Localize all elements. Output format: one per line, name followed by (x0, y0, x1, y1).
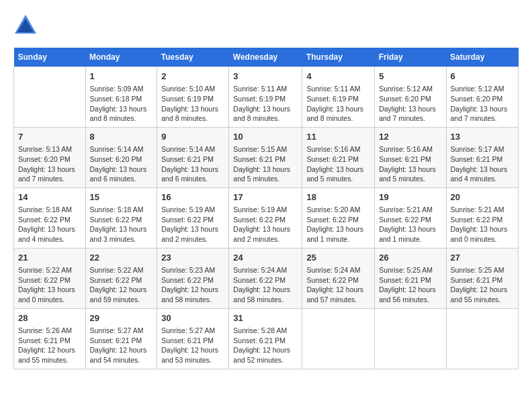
day-info: Sunrise: 5:11 AM Sunset: 6:19 PM Dayligh… (306, 84, 370, 124)
day-info: Sunrise: 5:11 AM Sunset: 6:19 PM Dayligh… (233, 84, 298, 124)
day-number: 12 (379, 131, 441, 143)
day-info: Sunrise: 5:12 AM Sunset: 6:20 PM Dayligh… (379, 84, 441, 124)
day-info: Sunrise: 5:25 AM Sunset: 6:21 PM Dayligh… (379, 265, 441, 305)
day-info: Sunrise: 5:24 AM Sunset: 6:22 PM Dayligh… (233, 265, 298, 305)
day-number: 10 (233, 131, 298, 143)
calendar-cell: 19Sunrise: 5:21 AM Sunset: 6:22 PM Dayli… (375, 187, 446, 248)
day-number: 1 (90, 71, 153, 83)
calendar-cell: 29Sunrise: 5:27 AM Sunset: 6:21 PM Dayli… (85, 308, 157, 369)
calendar-cell (375, 308, 446, 369)
calendar-header-saturday: Saturday (446, 48, 518, 67)
day-number: 27 (451, 252, 514, 264)
day-info: Sunrise: 5:14 AM Sunset: 6:21 PM Dayligh… (161, 144, 224, 184)
calendar-cell: 30Sunrise: 5:27 AM Sunset: 6:21 PM Dayli… (157, 308, 229, 369)
day-info: Sunrise: 5:17 AM Sunset: 6:21 PM Dayligh… (451, 144, 514, 184)
day-number: 15 (90, 191, 153, 203)
day-info: Sunrise: 5:24 AM Sunset: 6:22 PM Dayligh… (306, 265, 370, 305)
day-info: Sunrise: 5:21 AM Sunset: 6:22 PM Dayligh… (379, 205, 441, 244)
calendar-cell: 13Sunrise: 5:17 AM Sunset: 6:21 PM Dayli… (446, 127, 518, 187)
day-info: Sunrise: 5:23 AM Sunset: 6:22 PM Dayligh… (161, 265, 224, 305)
calendar-cell: 11Sunrise: 5:16 AM Sunset: 6:21 PM Dayli… (302, 127, 375, 187)
calendar-header-friday: Friday (375, 48, 446, 67)
calendar-week-4: 21Sunrise: 5:22 AM Sunset: 6:22 PM Dayli… (14, 248, 519, 308)
day-info: Sunrise: 5:28 AM Sunset: 6:21 PM Dayligh… (233, 326, 298, 365)
calendar-cell: 17Sunrise: 5:19 AM Sunset: 6:22 PM Dayli… (229, 187, 302, 248)
day-number: 21 (18, 252, 81, 264)
calendar-cell: 7Sunrise: 5:13 AM Sunset: 6:20 PM Daylig… (14, 127, 86, 187)
calendar-cell: 4Sunrise: 5:11 AM Sunset: 6:19 PM Daylig… (302, 67, 375, 128)
calendar-cell: 14Sunrise: 5:18 AM Sunset: 6:22 PM Dayli… (14, 187, 86, 248)
calendar-body: 1Sunrise: 5:09 AM Sunset: 6:18 PM Daylig… (14, 67, 519, 369)
day-info: Sunrise: 5:10 AM Sunset: 6:19 PM Dayligh… (161, 84, 224, 124)
day-info: Sunrise: 5:09 AM Sunset: 6:18 PM Dayligh… (90, 84, 153, 124)
calendar-cell: 10Sunrise: 5:15 AM Sunset: 6:21 PM Dayli… (229, 127, 302, 187)
calendar-week-3: 14Sunrise: 5:18 AM Sunset: 6:22 PM Dayli… (14, 187, 519, 248)
calendar-cell: 24Sunrise: 5:24 AM Sunset: 6:22 PM Dayli… (229, 248, 302, 308)
day-number: 7 (18, 131, 81, 143)
calendar-cell: 8Sunrise: 5:14 AM Sunset: 6:20 PM Daylig… (85, 127, 157, 187)
calendar-header-row: SundayMondayTuesdayWednesdayThursdayFrid… (14, 48, 519, 67)
calendar-cell: 15Sunrise: 5:18 AM Sunset: 6:22 PM Dayli… (85, 187, 157, 248)
calendar-cell: 20Sunrise: 5:21 AM Sunset: 6:22 PM Dayli… (446, 187, 518, 248)
day-info: Sunrise: 5:22 AM Sunset: 6:22 PM Dayligh… (18, 265, 81, 305)
calendar-cell: 9Sunrise: 5:14 AM Sunset: 6:21 PM Daylig… (157, 127, 229, 187)
day-number: 8 (90, 131, 153, 143)
day-info: Sunrise: 5:18 AM Sunset: 6:22 PM Dayligh… (18, 205, 81, 244)
calendar-cell: 2Sunrise: 5:10 AM Sunset: 6:19 PM Daylig… (157, 67, 229, 128)
day-number: 29 (90, 312, 153, 324)
day-number: 31 (233, 312, 298, 324)
calendar-cell: 5Sunrise: 5:12 AM Sunset: 6:20 PM Daylig… (375, 67, 446, 128)
calendar-header-wednesday: Wednesday (229, 48, 302, 67)
day-info: Sunrise: 5:15 AM Sunset: 6:21 PM Dayligh… (233, 144, 298, 184)
day-info: Sunrise: 5:18 AM Sunset: 6:22 PM Dayligh… (90, 205, 153, 244)
day-number: 22 (90, 252, 153, 264)
calendar-table: SundayMondayTuesdayWednesdayThursdayFrid… (13, 48, 519, 369)
calendar-cell (14, 67, 86, 128)
day-number: 25 (306, 252, 370, 264)
calendar-cell (446, 308, 518, 369)
day-number: 17 (233, 191, 298, 203)
calendar-cell: 26Sunrise: 5:25 AM Sunset: 6:21 PM Dayli… (375, 248, 446, 308)
day-number: 9 (161, 131, 224, 143)
day-number: 19 (379, 191, 441, 203)
day-number: 2 (161, 71, 224, 83)
calendar-week-2: 7Sunrise: 5:13 AM Sunset: 6:20 PM Daylig… (14, 127, 519, 187)
calendar-cell: 25Sunrise: 5:24 AM Sunset: 6:22 PM Dayli… (302, 248, 375, 308)
calendar-cell: 27Sunrise: 5:25 AM Sunset: 6:21 PM Dayli… (446, 248, 518, 308)
day-info: Sunrise: 5:12 AM Sunset: 6:20 PM Dayligh… (451, 84, 514, 124)
page-header (13, 13, 519, 38)
calendar-cell: 12Sunrise: 5:16 AM Sunset: 6:21 PM Dayli… (375, 127, 446, 187)
day-info: Sunrise: 5:16 AM Sunset: 6:21 PM Dayligh… (306, 144, 370, 184)
day-number: 23 (161, 252, 224, 264)
day-number: 11 (306, 131, 370, 143)
calendar-header-sunday: Sunday (14, 48, 86, 67)
day-number: 24 (233, 252, 298, 264)
calendar-cell: 1Sunrise: 5:09 AM Sunset: 6:18 PM Daylig… (85, 67, 157, 128)
calendar-cell: 6Sunrise: 5:12 AM Sunset: 6:20 PM Daylig… (446, 67, 518, 128)
day-info: Sunrise: 5:21 AM Sunset: 6:22 PM Dayligh… (451, 205, 514, 244)
day-info: Sunrise: 5:13 AM Sunset: 6:20 PM Dayligh… (18, 144, 81, 184)
calendar-week-5: 28Sunrise: 5:26 AM Sunset: 6:21 PM Dayli… (14, 308, 519, 369)
calendar-cell: 22Sunrise: 5:22 AM Sunset: 6:22 PM Dayli… (85, 248, 157, 308)
calendar-cell: 28Sunrise: 5:26 AM Sunset: 6:21 PM Dayli… (14, 308, 86, 369)
calendar-header-tuesday: Tuesday (157, 48, 229, 67)
calendar-cell: 16Sunrise: 5:19 AM Sunset: 6:22 PM Dayli… (157, 187, 229, 248)
day-info: Sunrise: 5:27 AM Sunset: 6:21 PM Dayligh… (90, 326, 153, 365)
day-number: 18 (306, 191, 370, 203)
day-info: Sunrise: 5:25 AM Sunset: 6:21 PM Dayligh… (451, 265, 514, 305)
calendar-cell: 21Sunrise: 5:22 AM Sunset: 6:22 PM Dayli… (14, 248, 86, 308)
day-info: Sunrise: 5:22 AM Sunset: 6:22 PM Dayligh… (90, 265, 153, 305)
calendar-header-monday: Monday (85, 48, 157, 67)
calendar-header-thursday: Thursday (302, 48, 375, 67)
day-number: 28 (18, 312, 81, 324)
calendar-week-1: 1Sunrise: 5:09 AM Sunset: 6:18 PM Daylig… (14, 67, 519, 128)
day-info: Sunrise: 5:19 AM Sunset: 6:22 PM Dayligh… (161, 205, 224, 244)
day-number: 3 (233, 71, 298, 83)
calendar-cell: 18Sunrise: 5:20 AM Sunset: 6:22 PM Dayli… (302, 187, 375, 248)
day-info: Sunrise: 5:20 AM Sunset: 6:22 PM Dayligh… (306, 205, 370, 244)
calendar-cell: 23Sunrise: 5:23 AM Sunset: 6:22 PM Dayli… (157, 248, 229, 308)
logo (13, 13, 42, 38)
day-number: 30 (161, 312, 224, 324)
day-info: Sunrise: 5:19 AM Sunset: 6:22 PM Dayligh… (233, 205, 298, 244)
day-info: Sunrise: 5:16 AM Sunset: 6:21 PM Dayligh… (379, 144, 441, 184)
